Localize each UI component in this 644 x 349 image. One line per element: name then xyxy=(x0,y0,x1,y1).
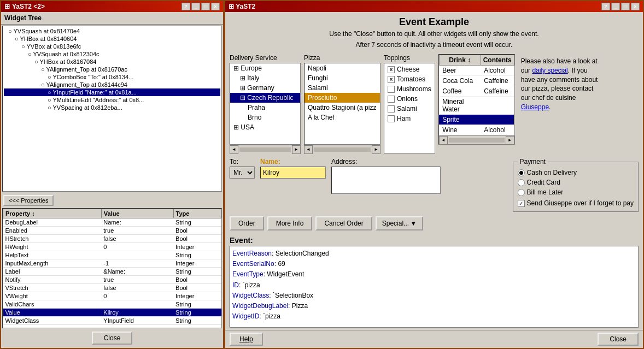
special-button[interactable]: Special... ▼ xyxy=(376,216,423,230)
left-close-button[interactable]: Close xyxy=(92,332,133,345)
drink-scroll-right[interactable]: ► xyxy=(506,136,514,145)
maximize-button-right[interactable]: □ xyxy=(621,3,630,10)
daily-special-link[interactable]: daily special xyxy=(532,67,567,74)
drink-col-header[interactable]: Drink ↕ xyxy=(439,55,481,66)
minimize-button-right[interactable]: _ xyxy=(611,3,620,10)
prop-row[interactable]: NotifytrueBool xyxy=(3,276,221,284)
tree-item[interactable]: ○ YAlignment_Top at 0x81670ac xyxy=(4,66,220,73)
drink-row-beer[interactable]: BeerAlcohol xyxy=(439,66,514,76)
pizza-item-quattro[interactable]: Quattro Stagioni (a pizz xyxy=(305,103,380,113)
prop-row[interactable]: Label&Name:String xyxy=(3,268,221,276)
tree-item[interactable]: ○ YVSpacing at 0x812eba... xyxy=(4,104,220,111)
bill-radio[interactable] xyxy=(518,189,525,196)
order-button[interactable]: Order xyxy=(230,216,264,230)
prop-row[interactable]: VWeight0Integer xyxy=(3,292,221,300)
tree-scroll[interactable]: ○ YVSquash at 0x81470e4 ○ YHBox at 0x814… xyxy=(3,26,221,191)
delivery-scroll-left[interactable]: ◄ xyxy=(230,145,238,154)
send-checkbox[interactable] xyxy=(518,200,525,207)
salami-checkbox[interactable] xyxy=(388,105,395,113)
tree-item[interactable]: ○ YHBox at 0x8167084 xyxy=(4,58,220,66)
pizza-item-salami[interactable]: Salami xyxy=(305,83,380,93)
topping-ham[interactable]: Ham xyxy=(385,114,434,123)
onions-checkbox[interactable] xyxy=(388,96,395,103)
topping-tomatoes[interactable]: Tomatoes xyxy=(385,74,434,84)
tree-item[interactable]: ○ YMultiLineEdit "Address:" at 0x8... xyxy=(4,96,220,104)
delivery-item-europe[interactable]: ⊞ Europe xyxy=(230,63,300,73)
mushrooms-checkbox[interactable] xyxy=(388,86,395,93)
help-button-left[interactable]: ? xyxy=(182,3,190,10)
delivery-listbox[interactable]: ⊞ Europe ⊞ Italy ⊞ Germany ⊟ Czech Repub… xyxy=(230,63,301,145)
to-select[interactable]: Mr. Ms. Dr. xyxy=(230,167,255,179)
event-log[interactable]: EventReason: SelectionChangedEventSerial… xyxy=(230,246,639,328)
help-button-right[interactable]: ? xyxy=(601,3,610,10)
prop-row[interactable]: HelpTextString xyxy=(3,251,221,259)
payment-credit[interactable]: Credit Card xyxy=(518,178,634,187)
drink-scroll-track[interactable] xyxy=(449,138,505,143)
pizza-scroll-right[interactable]: ► xyxy=(372,145,380,154)
delivery-item-italy[interactable]: ⊞ Italy xyxy=(230,73,300,83)
drink-row-coffee[interactable]: CoffeeCaffeine xyxy=(439,86,514,97)
drink-row-mineral[interactable]: Mineral Water xyxy=(439,97,514,115)
tree-item[interactable]: ○ YAlignment_Top at 0x8144c94 xyxy=(4,81,220,88)
credit-radio[interactable] xyxy=(518,179,525,186)
drink-hscroll[interactable]: ◄ ► xyxy=(439,135,514,144)
tree-item[interactable]: ○ YVBox at 0x813e6fc xyxy=(4,43,220,50)
properties-button[interactable]: <<< Properties xyxy=(3,195,54,206)
pizza-scroll-track[interactable] xyxy=(314,147,371,152)
tree-item[interactable]: ○ YHBox at 0x8140604 xyxy=(4,35,220,43)
tree-item-selected[interactable]: ○ YInputField "Name:" at 0x81a... xyxy=(4,88,220,96)
send-check-row[interactable]: Send Giuseppe over if I forget to pay xyxy=(518,197,634,209)
pizza-item-prosciutto[interactable]: Prosciutto xyxy=(305,93,380,103)
cancel-order-button[interactable]: Cancel Order xyxy=(315,216,372,230)
prop-col-header[interactable]: Property ↕ xyxy=(3,209,102,218)
delivery-item-brno[interactable]: Brno xyxy=(230,113,300,122)
drink-row-cocacola[interactable]: Coca ColaCaffeine xyxy=(439,76,514,86)
prop-row[interactable]: ValueKilroyString xyxy=(3,309,221,317)
value-col-header[interactable]: Value xyxy=(101,209,173,218)
cheese-checkbox[interactable] xyxy=(388,66,395,73)
pizza-hscroll[interactable]: ◄ ► xyxy=(304,145,380,153)
tree-item[interactable]: ○ YVSquash at 0x812304c xyxy=(4,50,220,58)
prop-row[interactable]: HWeight0Integer xyxy=(3,243,221,251)
delivery-scroll-track[interactable] xyxy=(239,147,291,152)
ham-checkbox[interactable] xyxy=(388,115,395,122)
name-input[interactable] xyxy=(260,167,326,179)
giuseppe-link[interactable]: Giuseppe xyxy=(521,103,549,111)
help-button[interactable]: Help xyxy=(230,333,263,346)
close-button-left[interactable]: × xyxy=(211,3,220,10)
address-textarea[interactable] xyxy=(331,167,441,194)
topping-onions[interactable]: Onions xyxy=(385,94,434,104)
type-col-header[interactable]: Type xyxy=(173,209,221,218)
pizza-scroll-left[interactable]: ◄ xyxy=(304,145,313,154)
delivery-item-usa[interactable]: ⊞ USA xyxy=(230,122,300,132)
drink-row-sprite[interactable]: Sprite xyxy=(439,115,514,125)
topping-salami[interactable]: Salami xyxy=(385,104,434,114)
payment-bill[interactable]: Bill me Later xyxy=(518,187,634,197)
close-x-button-right[interactable]: × xyxy=(631,3,640,10)
drink-scroll-left[interactable]: ◄ xyxy=(439,136,448,145)
delivery-item-praha[interactable]: Praha xyxy=(230,103,300,113)
delivery-hscroll[interactable]: ◄ ► xyxy=(230,145,301,153)
right-close-button[interactable]: Close xyxy=(598,333,639,346)
pizza-item-funghi[interactable]: Funghi xyxy=(305,73,380,83)
prop-row[interactable]: HStretchfalseBool xyxy=(3,235,221,243)
prop-row[interactable]: EnabledtrueBool xyxy=(3,227,221,235)
prop-row[interactable]: VStretchfalseBool xyxy=(3,284,221,292)
pizza-item-napoli[interactable]: Napoli xyxy=(305,63,380,73)
prop-row[interactable]: DebugLabelName:String xyxy=(3,218,221,227)
contents-col-header[interactable]: Contents xyxy=(481,55,514,66)
delivery-scroll-right[interactable]: ► xyxy=(292,145,301,154)
prop-row[interactable]: InputMaxLength-1Integer xyxy=(3,259,221,268)
minimize-button-left[interactable]: _ xyxy=(191,3,200,10)
payment-cash[interactable]: Cash on Delivery xyxy=(518,168,634,178)
tomatoes-checkbox[interactable] xyxy=(388,76,395,83)
tree-item[interactable]: ○ YVSquash at 0x81470e4 xyxy=(4,27,220,35)
delivery-item-czech[interactable]: ⊟ Czech Republic xyxy=(230,93,300,103)
prop-row[interactable]: WidgetClassYInputFieldString xyxy=(3,317,221,325)
prop-row[interactable]: ValidCharsString xyxy=(3,300,221,309)
tree-item[interactable]: ○ YComboBox "To:" at 0x8134... xyxy=(4,73,220,81)
topping-mushrooms[interactable]: Mushrooms xyxy=(385,84,434,94)
pizza-item-alachef[interactable]: A la Chef xyxy=(305,113,380,122)
cash-radio[interactable] xyxy=(518,169,525,176)
drink-row-wine[interactable]: WineAlcohol xyxy=(439,125,514,135)
